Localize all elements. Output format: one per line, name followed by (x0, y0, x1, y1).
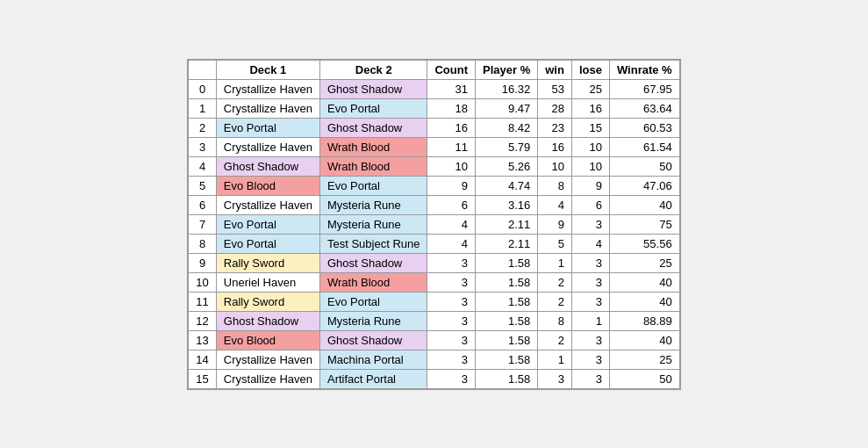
row-index: 15 (189, 369, 216, 388)
count-cell: 6 (427, 195, 476, 214)
win-cell: 1 (538, 350, 572, 369)
winrate-cell: 63.64 (609, 98, 679, 118)
deck2-cell: Ghost Shadow (319, 330, 427, 350)
col-header-count: Count (427, 60, 476, 79)
player-pct-cell: 3.16 (476, 195, 538, 214)
count-cell: 3 (427, 369, 476, 388)
count-cell: 3 (427, 330, 476, 350)
table-row: 3Crystallize HavenWrath Blood115.7916106… (189, 137, 679, 156)
table-row: 7Evo PortalMysteria Rune42.119375 (189, 214, 679, 234)
lose-cell: 9 (571, 176, 609, 195)
count-cell: 9 (427, 176, 476, 195)
row-index: 1 (189, 98, 216, 118)
deck2-cell: Mysteria Rune (319, 214, 427, 234)
row-index: 0 (189, 79, 216, 98)
table-row: 5Evo BloodEvo Portal94.748947.06 (189, 176, 679, 195)
deck2-cell: Mysteria Rune (319, 195, 427, 214)
player-pct-cell: 5.26 (476, 156, 538, 176)
main-table-container: Deck 1 Deck 2 Count Player % win lose Wi… (187, 59, 680, 390)
winrate-cell: 40 (609, 195, 679, 214)
deck2-cell: Evo Portal (319, 176, 427, 195)
deck1-cell: Crystallize Haven (216, 98, 319, 118)
col-header-index (189, 60, 216, 79)
player-pct-cell: 8.42 (476, 118, 538, 137)
win-cell: 8 (538, 176, 572, 195)
deck2-cell: Test Subject Rune (319, 234, 427, 253)
deck1-cell: Rally Sword (216, 253, 319, 272)
row-index: 3 (189, 137, 216, 156)
win-cell: 8 (538, 311, 572, 330)
col-header-lose: lose (571, 60, 609, 79)
deck2-cell: Ghost Shadow (319, 79, 427, 98)
deck1-cell: Evo Blood (216, 176, 319, 195)
row-index: 7 (189, 214, 216, 234)
table-row: 4Ghost ShadowWrath Blood105.26101050 (189, 156, 679, 176)
lose-cell: 3 (571, 369, 609, 388)
count-cell: 16 (427, 118, 476, 137)
row-index: 11 (189, 292, 216, 311)
row-index: 13 (189, 330, 216, 350)
row-index: 2 (189, 118, 216, 137)
deck2-cell: Wrath Blood (319, 156, 427, 176)
row-index: 8 (189, 234, 216, 253)
col-header-deck1: Deck 1 (216, 60, 319, 79)
win-cell: 4 (538, 195, 572, 214)
lose-cell: 4 (571, 234, 609, 253)
deck1-cell: Crystallize Haven (216, 369, 319, 388)
player-pct-cell: 2.11 (476, 234, 538, 253)
win-cell: 28 (538, 98, 572, 118)
winrate-cell: 47.06 (609, 176, 679, 195)
win-cell: 53 (538, 79, 572, 98)
winrate-cell: 75 (609, 214, 679, 234)
winrate-cell: 25 (609, 350, 679, 369)
winrate-cell: 60.53 (609, 118, 679, 137)
win-cell: 5 (538, 234, 572, 253)
winrate-cell: 40 (609, 292, 679, 311)
table-row: 14Crystallize HavenMachina Portal31.5813… (189, 350, 679, 369)
row-index: 9 (189, 253, 216, 272)
deck2-cell: Machina Portal (319, 350, 427, 369)
win-cell: 23 (538, 118, 572, 137)
count-cell: 3 (427, 292, 476, 311)
winrate-cell: 25 (609, 253, 679, 272)
count-cell: 31 (427, 79, 476, 98)
lose-cell: 3 (571, 350, 609, 369)
table-row: 0Crystallize HavenGhost Shadow3116.32532… (189, 79, 679, 98)
deck1-cell: Crystallize Haven (216, 79, 319, 98)
winrate-cell: 61.54 (609, 137, 679, 156)
count-cell: 18 (427, 98, 476, 118)
lose-cell: 10 (571, 137, 609, 156)
row-index: 5 (189, 176, 216, 195)
lose-cell: 15 (571, 118, 609, 137)
winrate-cell: 55.56 (609, 234, 679, 253)
winrate-cell: 88.89 (609, 311, 679, 330)
player-pct-cell: 1.58 (476, 330, 538, 350)
winrate-cell: 50 (609, 369, 679, 388)
count-cell: 3 (427, 253, 476, 272)
deck2-cell: Mysteria Rune (319, 311, 427, 330)
win-cell: 2 (538, 330, 572, 350)
deck2-cell: Evo Portal (319, 292, 427, 311)
deck1-cell: Evo Portal (216, 214, 319, 234)
col-header-winrate: Winrate % (609, 60, 679, 79)
row-index: 4 (189, 156, 216, 176)
lose-cell: 3 (571, 272, 609, 292)
player-pct-cell: 9.47 (476, 98, 538, 118)
win-cell: 9 (538, 214, 572, 234)
deck1-cell: Crystallize Haven (216, 195, 319, 214)
count-cell: 4 (427, 214, 476, 234)
table-row: 13Evo BloodGhost Shadow31.582340 (189, 330, 679, 350)
win-cell: 2 (538, 292, 572, 311)
lose-cell: 3 (571, 253, 609, 272)
count-cell: 11 (427, 137, 476, 156)
count-cell: 3 (427, 272, 476, 292)
table-row: 1Crystallize HavenEvo Portal189.47281663… (189, 98, 679, 118)
lose-cell: 3 (571, 214, 609, 234)
lose-cell: 6 (571, 195, 609, 214)
player-pct-cell: 1.58 (476, 253, 538, 272)
player-pct-cell: 4.74 (476, 176, 538, 195)
deck1-cell: Crystallize Haven (216, 350, 319, 369)
deck1-cell: Ghost Shadow (216, 156, 319, 176)
win-cell: 2 (538, 272, 572, 292)
table-row: 9Rally SwordGhost Shadow31.581325 (189, 253, 679, 272)
